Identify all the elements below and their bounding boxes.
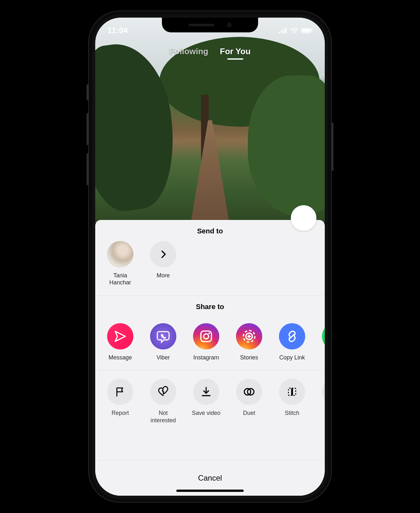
share-label: Message [108,354,132,361]
share-label: Instagram [193,354,219,361]
share-whatsapp[interactable]: Wh [319,323,325,361]
viber-icon [150,323,176,349]
share-label: Stories [240,354,258,361]
more-contacts-button [150,241,176,267]
contact-avatar [107,241,133,267]
send-to-contact[interactable]: Tania Hanchar [104,241,136,286]
battery-icon [301,28,313,33]
svg-rect-8 [201,331,212,341]
whatsapp-icon [322,323,325,349]
actions-row: Report Not interested Save video [95,370,325,433]
link-icon [279,323,305,349]
action-label: Save video [192,409,220,417]
chevron-right-icon [158,249,168,259]
share-stories[interactable]: Stories [233,323,265,361]
action-duet[interactable]: Duet [233,379,265,424]
speaker-grille [189,24,214,26]
action-label: Stitch [285,409,299,417]
volume-down-button [87,153,89,185]
svg-rect-1 [281,30,282,33]
action-label: Duet [243,409,255,417]
feed-tabs: Following For You [95,46,325,56]
svg-rect-16 [291,388,293,396]
flag-icon [107,379,133,405]
share-to-row: Message Viber Instagram [95,317,325,370]
tab-for-you[interactable]: For You [220,46,251,56]
svg-point-10 [208,332,210,334]
svg-rect-6 [302,29,310,32]
svg-rect-3 [285,28,287,33]
bookmark-icon [322,379,325,405]
send-to-title: Send to [95,220,325,241]
stitch-icon [279,379,305,405]
action-stitch[interactable]: Stitch [276,379,308,424]
svg-rect-2 [283,29,284,33]
home-indicator[interactable] [176,490,244,492]
action-not-interested[interactable]: Not interested [147,379,179,424]
download-icon [193,379,219,405]
message-icon [107,323,133,349]
status-indicators [279,28,313,33]
share-sheet: Send to Tania Hanchar More Share to [95,220,325,496]
action-add-favorites[interactable]: A Fa [319,379,325,424]
send-to-more[interactable]: More [147,241,179,286]
action-report[interactable]: Report [104,379,136,424]
mute-switch [87,84,89,100]
share-label: Viber [156,354,170,361]
share-to-title: Share to [95,296,325,317]
stories-icon [236,323,262,349]
notch [162,18,258,32]
profile-avatar-peek[interactable] [291,205,316,231]
svg-rect-7 [312,29,313,31]
share-label: Copy Link [279,354,305,361]
tab-following[interactable]: Following [169,46,208,56]
device-frame: 11:04 Following [88,11,332,503]
send-to-row: Tania Hanchar More [95,241,325,295]
contact-name: Tania Hanchar [104,272,136,286]
instagram-icon [193,323,219,349]
action-save-video[interactable]: Save video [190,379,222,424]
share-copy-link[interactable]: Copy Link [276,323,308,361]
cancel-button[interactable]: Cancel [198,474,222,483]
share-message[interactable]: Message [104,323,136,361]
front-camera [227,23,231,27]
action-label: Not interested [147,409,179,424]
screen: 11:04 Following [95,18,325,496]
action-label: Report [112,409,129,417]
power-button [331,123,333,171]
svg-point-4 [294,32,295,33]
share-viber[interactable]: Viber [147,323,179,361]
more-label: More [156,272,170,279]
cellular-icon [279,28,288,33]
duet-icon [236,379,262,405]
status-time: 11:04 [107,26,128,35]
wifi-icon [290,28,298,33]
volume-up-button [87,113,89,145]
share-instagram[interactable]: Instagram [190,323,222,361]
svg-point-9 [204,334,209,339]
broken-heart-icon [150,379,176,405]
svg-rect-0 [279,31,280,33]
